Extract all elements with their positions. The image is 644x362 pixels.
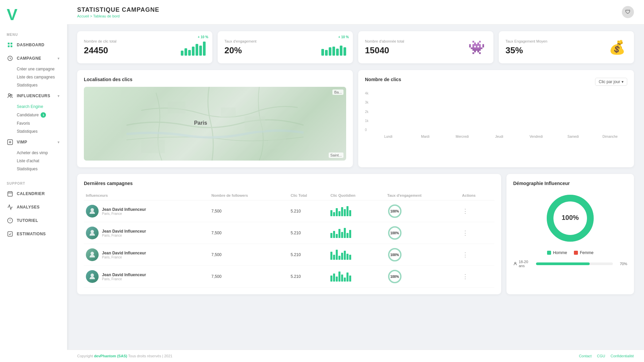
logo-letter: V <box>7 7 60 23</box>
clicks-chart-card: Nombre de clics Clic par jour ▾ 4k 3k 2k… <box>358 70 634 167</box>
stat-card-taux-moyen: Taux Engagement Moyen 35% 💰 <box>499 31 634 63</box>
stat-value-taux-moyen: 35% <box>505 45 547 56</box>
sidebar-sub-liste-achat[interactable]: Liste d'achat <box>0 157 67 165</box>
sidebar-sub-liste-campagnes[interactable]: Liste des campagnes <box>0 73 67 81</box>
sidebar-sub-stats-campagne[interactable]: Statistiques <box>0 81 67 89</box>
mini-bar-1-6 <box>346 233 348 238</box>
menu-label: MENU <box>0 29 67 38</box>
sidebar-item-influenceurs[interactable]: INFLUENCEURS ▼ <box>0 89 67 103</box>
circle-progress-2: 100% <box>387 247 402 262</box>
influencer-name-3: Jean David Influenceur <box>102 273 146 277</box>
influenceurs-icon <box>7 93 13 99</box>
mini-bar-0-0 <box>330 210 332 216</box>
more-menu-3[interactable]: ⋮ <box>462 273 469 280</box>
vimp-label: VIMP <box>17 140 27 144</box>
mini-bars-1 <box>330 228 383 238</box>
influencer-location-2: Paris, France <box>102 255 146 259</box>
followers-cell-0: 7,500 <box>209 200 288 222</box>
mini-bar-0-1 <box>333 212 335 216</box>
svg-rect-14 <box>141 140 165 153</box>
mini-bar-3-3 <box>338 272 340 282</box>
engagement-cell-1: 100% <box>385 222 460 244</box>
age-bar-wrap <box>536 262 613 265</box>
dashboard-icon <box>7 42 13 48</box>
actions-cell-0[interactable]: ⋮ <box>460 200 494 222</box>
actions-cell-2[interactable]: ⋮ <box>460 244 494 266</box>
mini-bar-3-6 <box>346 273 348 282</box>
sidebar-sub-search-engine[interactable]: Search Engine <box>0 103 67 111</box>
actions-cell-3[interactable]: ⋮ <box>460 266 494 288</box>
svg-text:100%: 100% <box>561 214 579 221</box>
bar-e5 <box>336 49 339 56</box>
stat-value-clicks: 24450 <box>84 45 116 56</box>
svg-point-5 <box>8 94 10 96</box>
sidebar-sub-favoris[interactable]: Favoris <box>0 119 67 127</box>
bar-2 <box>184 48 187 56</box>
sidebar-item-vimp[interactable]: VIMP ▼ <box>0 135 67 149</box>
footer-confidentialite[interactable]: Confidentialité <box>610 354 634 358</box>
clic-total-cell-1: 5.210 <box>289 222 329 244</box>
chart-bar-dimanche: Dimanche <box>593 133 627 138</box>
support-label: SUPPORT <box>0 178 67 187</box>
mini-bar-1-3 <box>338 229 340 238</box>
bar-e2 <box>325 50 328 56</box>
influenceurs-chevron: ▼ <box>57 94 60 98</box>
map-placeholder: Paris Ba... Saint... <box>84 87 346 161</box>
svg-rect-11 <box>168 102 185 113</box>
map-title: Localisation des clics <box>84 77 346 82</box>
header-right: 🛡 <box>622 6 634 18</box>
more-menu-0[interactable]: ⋮ <box>462 208 469 215</box>
sidebar-item-tutoriel[interactable]: TUTORIEL <box>0 214 67 227</box>
sidebar-sub-candidature[interactable]: Candidature 1 <box>0 111 67 119</box>
mini-bar-2-1 <box>333 255 335 260</box>
age-bar-section: 18-20 ans 70% <box>513 260 627 268</box>
bar-chart-inner: Lundi Mardi Mercredi Jeudi <box>371 92 627 138</box>
footer-contact[interactable]: Contact <box>579 354 592 358</box>
stat-card-clicks: Nombre de clic total 24450 + 10 % <box>77 31 212 63</box>
calendrier-label: CALENDRIER <box>17 191 45 196</box>
footer-company: devPhantom (SAS) <box>94 354 127 358</box>
mini-bar-1-7 <box>349 230 351 238</box>
actions-cell-1[interactable]: ⋮ <box>460 222 494 244</box>
campaigns-table-card: Dernières campagnes Influenceurs Nombre … <box>77 174 501 294</box>
chart-dropdown[interactable]: Clic par jour ▾ <box>595 78 627 86</box>
sidebar-item-campagne[interactable]: CAMPAGNE ▼ <box>0 52 67 65</box>
circle-text-1: 100% <box>390 231 399 235</box>
mini-bar-1-4 <box>341 232 343 238</box>
bar-e6 <box>340 46 342 56</box>
sidebar-item-calendrier[interactable]: CALENDRIER <box>0 187 67 200</box>
clic-quotidien-cell-1 <box>328 222 385 244</box>
mini-bar-3-1 <box>333 274 335 282</box>
mini-bar-0-5 <box>344 209 346 216</box>
col-actions: Actions <box>460 191 494 200</box>
stat-card-engagement: Taux d'engagement 20% + 10 % <box>218 31 353 63</box>
sidebar-sub-creer-campagne[interactable]: Créer une campagne <box>0 65 67 73</box>
sidebar-item-estimations[interactable]: ESTIMATIONS <box>0 227 67 241</box>
sidebar-sub-stats-vimp[interactable]: Statistiques <box>0 165 67 173</box>
stat-card-abonnes: Nombre d'abonnée total 15040 👾 <box>358 31 493 63</box>
mini-bar-2-4 <box>341 253 343 260</box>
user-avatar[interactable]: 🛡 <box>622 6 634 18</box>
footer-copyright: Copyright devPhantom (SAS) Tous droits r… <box>77 354 172 358</box>
footer-cgu[interactable]: CGU <box>597 354 605 358</box>
more-menu-2[interactable]: ⋮ <box>462 251 469 258</box>
circle-text-0: 100% <box>390 209 399 213</box>
stat-chart-engagement <box>321 39 346 56</box>
top-header: STATISTIQUE CAMPAGNE Accueil > Tableau d… <box>67 0 644 24</box>
breadcrumb-home[interactable]: Accueil <box>77 14 89 18</box>
clic-quotidien-cell-3 <box>328 266 385 288</box>
map-saint-label: Saint... <box>329 153 343 158</box>
sidebar-item-dashboard[interactable]: DASHBOARD <box>0 38 67 52</box>
sidebar-item-analyses[interactable]: ANALYSES <box>0 200 67 214</box>
followers-cell-2: 7,500 <box>209 244 288 266</box>
sidebar-sub-stats-influenceurs[interactable]: Statistiques <box>0 127 67 135</box>
influencer-location-1: Paris, France <box>102 234 146 237</box>
mini-bar-1-2 <box>336 234 338 238</box>
more-menu-1[interactable]: ⋮ <box>462 230 469 236</box>
svg-point-25 <box>91 274 94 277</box>
sidebar-sub-acheter-vimp[interactable]: Acheter des vimp <box>0 149 67 157</box>
dropdown-chevron-icon: ▾ <box>622 79 624 84</box>
abonnes-icon: 👾 <box>467 37 487 57</box>
clicks-chart-title: Nombre de clics <box>365 77 401 82</box>
svg-rect-1 <box>11 43 12 44</box>
